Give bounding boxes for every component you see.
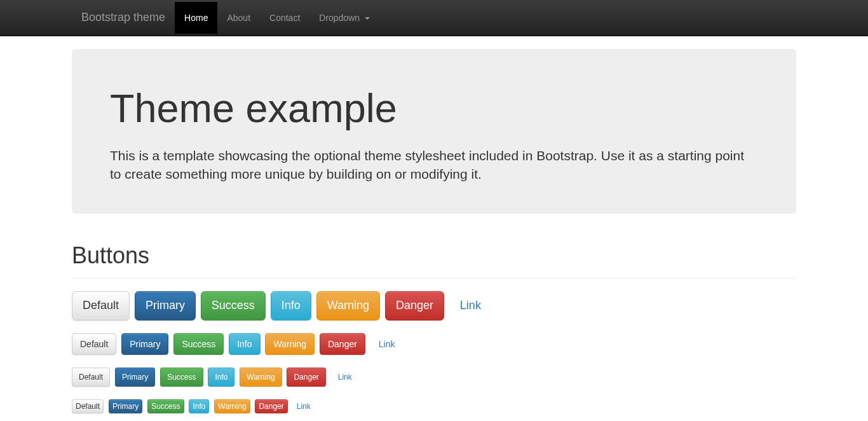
buttons-heading: Buttons	[72, 239, 796, 272]
default-button-md[interactable]: Default	[72, 333, 116, 355]
default-button-sm[interactable]: Default	[72, 368, 110, 387]
danger-button-xs[interactable]: Danger	[255, 399, 287, 413]
success-button-sm[interactable]: Success	[160, 368, 203, 387]
link-button-sm[interactable]: Link	[331, 368, 359, 387]
link-button-md[interactable]: Link	[370, 333, 403, 355]
success-button-xs[interactable]: Success	[147, 399, 184, 413]
warning-button-xs[interactable]: Warning	[214, 399, 250, 413]
nav-link-dropdown[interactable]: Dropdown	[309, 2, 379, 34]
info-button-lg[interactable]: Info	[271, 291, 311, 321]
success-button-lg[interactable]: Success	[201, 291, 266, 321]
danger-button-lg[interactable]: Danger	[385, 291, 444, 321]
nav-link-home[interactable]: Home	[175, 2, 217, 34]
navbar-brand[interactable]: Bootstrap theme	[72, 0, 175, 36]
primary-button-lg[interactable]: Primary	[135, 291, 196, 321]
danger-button-md[interactable]: Danger	[320, 333, 365, 355]
navbar: Bootstrap theme Home About Contact Dropd…	[0, 0, 868, 36]
danger-button-sm[interactable]: Danger	[287, 368, 325, 387]
default-button-xs[interactable]: Default	[72, 399, 104, 413]
button-row-md: Default Primary Success Info Warning Dan…	[72, 333, 796, 355]
button-row-xs: Default Primary Success Info Warning Dan…	[72, 399, 796, 413]
button-row-sm: Default Primary Success Info Warning Dan…	[72, 368, 796, 387]
jumbotron-title: Theme example	[110, 79, 758, 137]
warning-button-md[interactable]: Warning	[265, 333, 315, 355]
page-header-buttons: Buttons	[72, 239, 796, 278]
link-button-xs[interactable]: Link	[293, 399, 315, 413]
nav-item-home[interactable]: Home	[175, 2, 217, 34]
default-button-lg[interactable]: Default	[72, 291, 130, 321]
nav-item-about[interactable]: About	[217, 2, 260, 34]
info-button-sm[interactable]: Info	[208, 368, 234, 387]
warning-button-sm[interactable]: Warning	[240, 368, 281, 387]
primary-button-sm[interactable]: Primary	[115, 368, 155, 387]
nav-link-contact[interactable]: Contact	[260, 2, 309, 34]
caret-down-icon	[365, 17, 370, 20]
nav-item-contact[interactable]: Contact	[260, 2, 309, 34]
primary-button-xs[interactable]: Primary	[109, 399, 142, 413]
success-button-md[interactable]: Success	[173, 333, 224, 355]
nav-item-dropdown[interactable]: Dropdown	[309, 2, 379, 34]
info-button-md[interactable]: Info	[229, 333, 260, 355]
info-button-xs[interactable]: Info	[189, 399, 209, 413]
link-button-lg[interactable]: Link	[449, 291, 492, 321]
primary-button-md[interactable]: Primary	[121, 333, 168, 355]
button-row-lg: Default Primary Success Info Warning Dan…	[72, 291, 796, 321]
navbar-nav: Home About Contact Dropdown	[175, 2, 379, 34]
jumbotron: Theme example This is a template showcas…	[72, 49, 796, 214]
nav-dropdown-label: Dropdown	[319, 13, 360, 23]
jumbotron-lead: This is a template showcasing the option…	[110, 146, 758, 184]
nav-link-about[interactable]: About	[217, 2, 260, 34]
warning-button-lg[interactable]: Warning	[316, 291, 380, 321]
